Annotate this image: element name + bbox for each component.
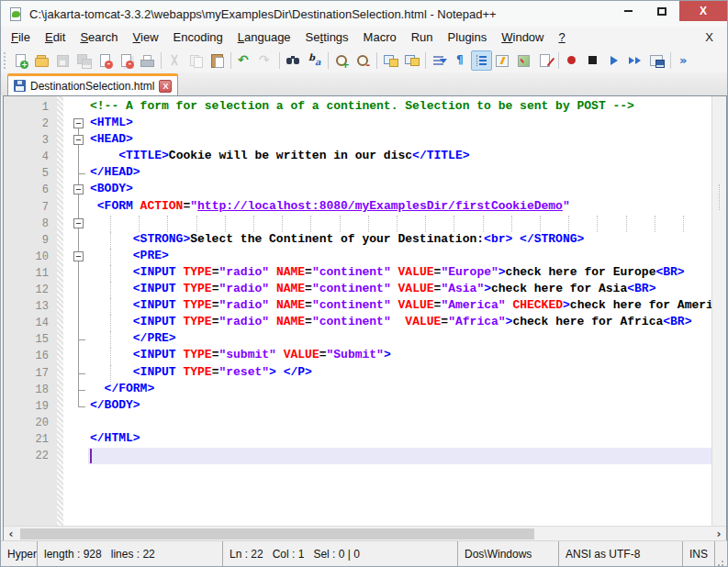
menu-macro[interactable]: Macro [356, 28, 404, 47]
replace-button[interactable] [304, 50, 325, 71]
code-text[interactable]: <BODY> [88, 182, 711, 198]
macro-run-multiple-button[interactable] [625, 50, 646, 71]
menu-search[interactable]: Search [73, 28, 125, 47]
code-line-18[interactable]: 18 </FORM> [4, 382, 711, 398]
code-text[interactable]: <TITLE>Cookie will be written in our dis… [88, 149, 711, 165]
vertical-scrollbar[interactable] [711, 96, 726, 526]
word-wrap-button[interactable] [429, 50, 450, 71]
macro-save-button[interactable] [646, 50, 667, 71]
macro-playback-button[interactable] [604, 50, 625, 71]
new-file-button[interactable] [10, 50, 31, 71]
tab-destinationselection[interactable]: DestinationSelection.html X [7, 73, 178, 95]
code-text[interactable]: </FORM> [88, 382, 711, 398]
code-line-11[interactable]: 11 <INPUT TYPE="radio" NAME="continent" … [4, 265, 711, 282]
code-text[interactable]: <INPUT TYPE="radio" NAME="continent" VAL… [88, 298, 711, 315]
menu-help[interactable]: ? [551, 28, 572, 47]
code-line-7[interactable]: 7 <FORM ACTION="http://localhost:8080/my… [4, 199, 711, 216]
menu-file[interactable]: File [4, 28, 38, 47]
code-text[interactable]: </PRE> [88, 331, 711, 348]
close-all-button[interactable] [116, 50, 137, 71]
code-text[interactable] [88, 448, 711, 464]
code-text[interactable]: </HEAD> [88, 165, 711, 182]
scroll-left-arrow-icon[interactable]: ‹ [4, 527, 18, 541]
code-line-20[interactable]: 20 [4, 415, 711, 431]
code-line-5[interactable]: 5</HEAD> [4, 165, 711, 182]
fold-marker[interactable] [57, 132, 88, 149]
code-line-19[interactable]: 19</BODY> [4, 398, 711, 415]
print-button[interactable] [137, 50, 158, 71]
close-button[interactable]: X [679, 1, 727, 21]
open-file-button[interactable] [31, 50, 52, 71]
function-list-button[interactable] [534, 50, 555, 71]
undo-button[interactable] [234, 50, 255, 71]
macro-stop-button[interactable] [583, 50, 604, 71]
code-text[interactable] [88, 216, 711, 232]
find-button[interactable] [283, 50, 304, 71]
code-line-14[interactable]: 14 <INPUT TYPE="radio" NAME="continent" … [4, 315, 711, 331]
code-line-2[interactable]: 2<HTML> [4, 116, 711, 132]
zoom-out-button[interactable] [353, 50, 374, 71]
code-line-16[interactable]: 16 <INPUT TYPE="submit" VALUE="Submit"> [4, 348, 711, 364]
minimize-button[interactable] [611, 1, 644, 21]
code-line-17[interactable]: 17 <INPUT TYPE="reset"> </P> [4, 365, 711, 382]
code-line-4[interactable]: 4 <TITLE>Cookie will be written in our d… [4, 149, 711, 165]
code-text[interactable]: <HEAD> [88, 132, 711, 149]
code-line-6[interactable]: 6<BODY> [4, 182, 711, 198]
save-all-button[interactable] [73, 50, 95, 71]
menu-window[interactable]: Window [494, 28, 551, 47]
redo-button[interactable] [255, 50, 276, 71]
menu-settings[interactable]: Settings [298, 28, 356, 47]
code-text[interactable]: <INPUT TYPE="radio" NAME="continent" VAL… [88, 315, 711, 331]
code-line-22[interactable]: 22 [4, 448, 711, 464]
code-text[interactable]: <!-- A form for selection a of a contine… [88, 99, 711, 116]
save-file-button[interactable] [52, 50, 73, 71]
code-line-12[interactable]: 12 <INPUT TYPE="radio" NAME="continent" … [4, 282, 711, 298]
sync-vertical-scrolling-button[interactable] [380, 50, 401, 71]
macro-record-button[interactable] [562, 50, 583, 71]
zoom-in-button[interactable] [331, 50, 353, 71]
cut-button[interactable] [164, 50, 185, 71]
sync-horizontal-scrolling-button[interactable] [401, 50, 422, 71]
code-line-21[interactable]: 21</HTML> [4, 431, 711, 448]
close-file-button[interactable] [95, 50, 116, 71]
menu-language[interactable]: Language [230, 28, 298, 47]
menu-edit[interactable]: Edit [38, 28, 73, 47]
code-text[interactable]: </BODY> [88, 398, 711, 415]
code-line-3[interactable]: 3<HEAD> [4, 132, 711, 149]
code-line-1[interactable]: 1<!-- A form for selection a of a contin… [4, 99, 711, 116]
resize-grip[interactable] [715, 541, 727, 566]
user-defined-language-button[interactable] [492, 50, 513, 71]
document-map-button[interactable] [513, 50, 534, 71]
paste-button[interactable] [207, 50, 228, 71]
show-indent-guide-button[interactable] [471, 50, 492, 71]
menu-run[interactable]: Run [404, 28, 441, 47]
code-line-8[interactable]: 8 [4, 216, 711, 232]
show-all-characters-button[interactable] [450, 50, 471, 71]
tab-close-icon[interactable]: X [159, 80, 172, 93]
menu-plugins[interactable]: Plugins [441, 28, 495, 47]
code-text[interactable]: <INPUT TYPE="radio" NAME="continent" VAL… [88, 265, 711, 282]
code-text[interactable] [88, 415, 711, 431]
menu-view[interactable]: View [126, 28, 166, 47]
copy-button[interactable] [185, 50, 207, 71]
code-text[interactable]: <INPUT TYPE="reset"> </P> [88, 365, 711, 382]
maximize-button[interactable] [644, 1, 679, 21]
code-text[interactable]: <INPUT TYPE="submit" VALUE="Submit"> [88, 348, 711, 364]
more-buttons-button[interactable] [674, 50, 695, 71]
code-line-15[interactable]: 15 </PRE> [4, 331, 711, 348]
code-text[interactable]: </HTML> [88, 431, 711, 448]
toolbar-grip[interactable] [4, 52, 6, 69]
code-line-13[interactable]: 13 <INPUT TYPE="radio" NAME="continent" … [4, 298, 711, 315]
code-text[interactable]: <PRE> [88, 249, 711, 265]
code-text[interactable]: <INPUT TYPE="radio" NAME="continent" VAL… [88, 282, 711, 298]
fold-marker[interactable] [57, 249, 88, 265]
code-text[interactable]: <HTML> [88, 116, 711, 132]
menu-encoding[interactable]: Encoding [166, 28, 230, 47]
horizontal-scrollbar-thumb[interactable] [20, 528, 534, 539]
scroll-right-arrow-icon[interactable]: › [711, 527, 726, 541]
horizontal-scrollbar[interactable]: ‹ › [4, 526, 726, 541]
text-region[interactable]: 1<!-- A form for selection a of a contin… [4, 96, 711, 526]
fold-marker[interactable] [57, 116, 88, 132]
fold-marker[interactable] [57, 182, 88, 198]
code-line-9[interactable]: 9 <STRONG>Select the Continent of your D… [4, 232, 711, 249]
